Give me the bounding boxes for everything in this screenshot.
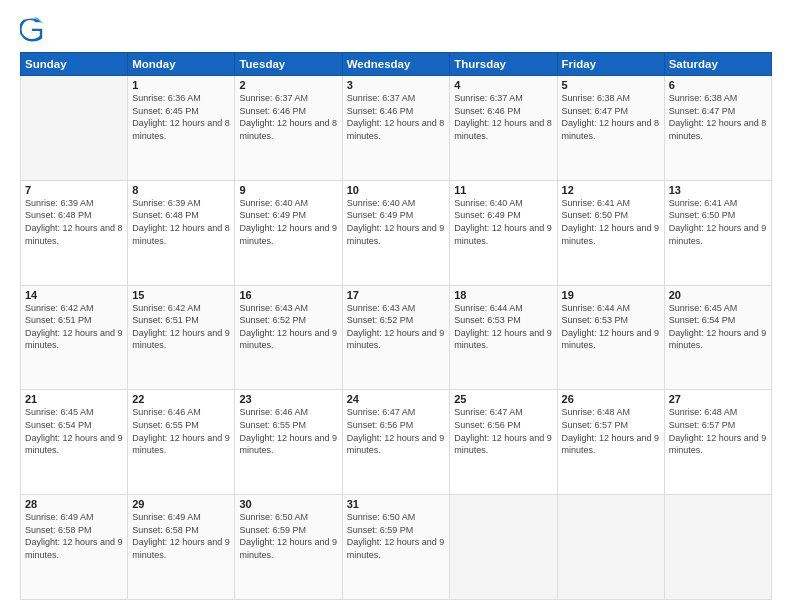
day-number: 17 bbox=[347, 289, 446, 301]
header bbox=[20, 16, 772, 44]
sunrise-text: Sunrise: 6:37 AM bbox=[347, 93, 416, 103]
daylight-text: Daylight: 12 hours and 8 minutes. bbox=[239, 118, 337, 141]
day-number: 24 bbox=[347, 393, 446, 405]
sunrise-text: Sunrise: 6:49 AM bbox=[132, 512, 201, 522]
day-number: 31 bbox=[347, 498, 446, 510]
sunset-text: Sunset: 6:47 PM bbox=[669, 106, 736, 116]
calendar-cell: 11 Sunrise: 6:40 AM Sunset: 6:49 PM Dayl… bbox=[450, 180, 557, 285]
sunset-text: Sunset: 6:50 PM bbox=[669, 210, 736, 220]
sunrise-text: Sunrise: 6:40 AM bbox=[454, 198, 523, 208]
sunrise-text: Sunrise: 6:38 AM bbox=[562, 93, 631, 103]
sunset-text: Sunset: 6:46 PM bbox=[347, 106, 414, 116]
sunrise-text: Sunrise: 6:44 AM bbox=[562, 303, 631, 313]
calendar-cell bbox=[21, 76, 128, 181]
sunset-text: Sunset: 6:48 PM bbox=[132, 210, 199, 220]
sunrise-text: Sunrise: 6:45 AM bbox=[669, 303, 738, 313]
weekday-header: Tuesday bbox=[235, 53, 342, 76]
sunrise-text: Sunrise: 6:46 AM bbox=[239, 407, 308, 417]
sunset-text: Sunset: 6:59 PM bbox=[347, 525, 414, 535]
sunset-text: Sunset: 6:56 PM bbox=[347, 420, 414, 430]
day-number: 29 bbox=[132, 498, 230, 510]
sunset-text: Sunset: 6:55 PM bbox=[239, 420, 306, 430]
day-info: Sunrise: 6:47 AM Sunset: 6:56 PM Dayligh… bbox=[454, 406, 552, 456]
day-info: Sunrise: 6:49 AM Sunset: 6:58 PM Dayligh… bbox=[132, 511, 230, 561]
sunset-text: Sunset: 6:46 PM bbox=[454, 106, 521, 116]
day-info: Sunrise: 6:49 AM Sunset: 6:58 PM Dayligh… bbox=[25, 511, 123, 561]
sunset-text: Sunset: 6:55 PM bbox=[132, 420, 199, 430]
day-info: Sunrise: 6:40 AM Sunset: 6:49 PM Dayligh… bbox=[347, 197, 446, 247]
day-info: Sunrise: 6:43 AM Sunset: 6:52 PM Dayligh… bbox=[347, 302, 446, 352]
sunrise-text: Sunrise: 6:50 AM bbox=[239, 512, 308, 522]
day-info: Sunrise: 6:41 AM Sunset: 6:50 PM Dayligh… bbox=[562, 197, 660, 247]
page: SundayMondayTuesdayWednesdayThursdayFrid… bbox=[0, 0, 792, 612]
daylight-text: Daylight: 12 hours and 8 minutes. bbox=[132, 118, 230, 141]
day-number: 15 bbox=[132, 289, 230, 301]
calendar-week-row: 28 Sunrise: 6:49 AM Sunset: 6:58 PM Dayl… bbox=[21, 495, 772, 600]
logo-icon bbox=[20, 16, 48, 44]
day-number: 23 bbox=[239, 393, 337, 405]
sunset-text: Sunset: 6:54 PM bbox=[25, 420, 92, 430]
sunset-text: Sunset: 6:52 PM bbox=[347, 315, 414, 325]
calendar-cell: 31 Sunrise: 6:50 AM Sunset: 6:59 PM Dayl… bbox=[342, 495, 450, 600]
calendar-week-row: 14 Sunrise: 6:42 AM Sunset: 6:51 PM Dayl… bbox=[21, 285, 772, 390]
day-info: Sunrise: 6:43 AM Sunset: 6:52 PM Dayligh… bbox=[239, 302, 337, 352]
sunset-text: Sunset: 6:49 PM bbox=[454, 210, 521, 220]
day-number: 14 bbox=[25, 289, 123, 301]
day-info: Sunrise: 6:45 AM Sunset: 6:54 PM Dayligh… bbox=[25, 406, 123, 456]
sunrise-text: Sunrise: 6:47 AM bbox=[347, 407, 416, 417]
calendar-week-row: 21 Sunrise: 6:45 AM Sunset: 6:54 PM Dayl… bbox=[21, 390, 772, 495]
sunrise-text: Sunrise: 6:39 AM bbox=[132, 198, 201, 208]
sunrise-text: Sunrise: 6:50 AM bbox=[347, 512, 416, 522]
calendar-cell: 17 Sunrise: 6:43 AM Sunset: 6:52 PM Dayl… bbox=[342, 285, 450, 390]
calendar-cell: 19 Sunrise: 6:44 AM Sunset: 6:53 PM Dayl… bbox=[557, 285, 664, 390]
weekday-header: Thursday bbox=[450, 53, 557, 76]
sunrise-text: Sunrise: 6:41 AM bbox=[669, 198, 738, 208]
daylight-text: Daylight: 12 hours and 8 minutes. bbox=[25, 223, 123, 246]
calendar-cell: 5 Sunrise: 6:38 AM Sunset: 6:47 PM Dayli… bbox=[557, 76, 664, 181]
calendar-cell bbox=[557, 495, 664, 600]
day-number: 9 bbox=[239, 184, 337, 196]
daylight-text: Daylight: 12 hours and 9 minutes. bbox=[669, 223, 767, 246]
calendar-cell: 4 Sunrise: 6:37 AM Sunset: 6:46 PM Dayli… bbox=[450, 76, 557, 181]
sunset-text: Sunset: 6:54 PM bbox=[669, 315, 736, 325]
calendar-cell: 25 Sunrise: 6:47 AM Sunset: 6:56 PM Dayl… bbox=[450, 390, 557, 495]
calendar-table: SundayMondayTuesdayWednesdayThursdayFrid… bbox=[20, 52, 772, 600]
day-info: Sunrise: 6:42 AM Sunset: 6:51 PM Dayligh… bbox=[25, 302, 123, 352]
calendar-week-row: 1 Sunrise: 6:36 AM Sunset: 6:45 PM Dayli… bbox=[21, 76, 772, 181]
day-info: Sunrise: 6:37 AM Sunset: 6:46 PM Dayligh… bbox=[454, 92, 552, 142]
daylight-text: Daylight: 12 hours and 9 minutes. bbox=[562, 328, 660, 351]
day-number: 10 bbox=[347, 184, 446, 196]
sunrise-text: Sunrise: 6:36 AM bbox=[132, 93, 201, 103]
calendar-cell: 7 Sunrise: 6:39 AM Sunset: 6:48 PM Dayli… bbox=[21, 180, 128, 285]
calendar-cell: 8 Sunrise: 6:39 AM Sunset: 6:48 PM Dayli… bbox=[128, 180, 235, 285]
calendar-cell: 24 Sunrise: 6:47 AM Sunset: 6:56 PM Dayl… bbox=[342, 390, 450, 495]
sunset-text: Sunset: 6:56 PM bbox=[454, 420, 521, 430]
sunset-text: Sunset: 6:47 PM bbox=[562, 106, 629, 116]
calendar-cell: 9 Sunrise: 6:40 AM Sunset: 6:49 PM Dayli… bbox=[235, 180, 342, 285]
calendar-cell: 27 Sunrise: 6:48 AM Sunset: 6:57 PM Dayl… bbox=[664, 390, 771, 495]
day-info: Sunrise: 6:41 AM Sunset: 6:50 PM Dayligh… bbox=[669, 197, 767, 247]
day-number: 26 bbox=[562, 393, 660, 405]
calendar-cell bbox=[664, 495, 771, 600]
sunset-text: Sunset: 6:58 PM bbox=[132, 525, 199, 535]
daylight-text: Daylight: 12 hours and 9 minutes. bbox=[132, 433, 230, 456]
calendar-cell: 30 Sunrise: 6:50 AM Sunset: 6:59 PM Dayl… bbox=[235, 495, 342, 600]
sunrise-text: Sunrise: 6:40 AM bbox=[347, 198, 416, 208]
daylight-text: Daylight: 12 hours and 9 minutes. bbox=[562, 223, 660, 246]
sunset-text: Sunset: 6:52 PM bbox=[239, 315, 306, 325]
day-info: Sunrise: 6:42 AM Sunset: 6:51 PM Dayligh… bbox=[132, 302, 230, 352]
calendar-cell: 28 Sunrise: 6:49 AM Sunset: 6:58 PM Dayl… bbox=[21, 495, 128, 600]
sunset-text: Sunset: 6:50 PM bbox=[562, 210, 629, 220]
calendar-cell: 16 Sunrise: 6:43 AM Sunset: 6:52 PM Dayl… bbox=[235, 285, 342, 390]
sunset-text: Sunset: 6:53 PM bbox=[454, 315, 521, 325]
calendar-header-row: SundayMondayTuesdayWednesdayThursdayFrid… bbox=[21, 53, 772, 76]
day-number: 7 bbox=[25, 184, 123, 196]
day-info: Sunrise: 6:47 AM Sunset: 6:56 PM Dayligh… bbox=[347, 406, 446, 456]
day-info: Sunrise: 6:50 AM Sunset: 6:59 PM Dayligh… bbox=[347, 511, 446, 561]
daylight-text: Daylight: 12 hours and 9 minutes. bbox=[25, 537, 123, 560]
day-number: 5 bbox=[562, 79, 660, 91]
day-number: 21 bbox=[25, 393, 123, 405]
day-number: 22 bbox=[132, 393, 230, 405]
sunrise-text: Sunrise: 6:37 AM bbox=[454, 93, 523, 103]
sunset-text: Sunset: 6:53 PM bbox=[562, 315, 629, 325]
